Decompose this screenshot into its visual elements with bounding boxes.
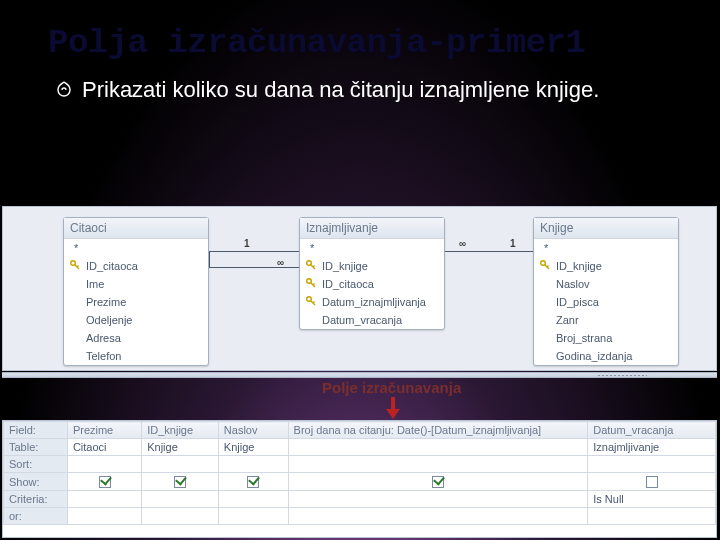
grid-row: Show:: [4, 473, 716, 491]
grid-cell[interactable]: Datum_vracanja: [588, 422, 716, 439]
cardinality-many: ∞: [277, 257, 284, 268]
grid-header-row: Field: Prezime ID_knjige Naslov Broj dan…: [4, 422, 716, 439]
grid-cell[interactable]: Broj dana na citanju: Date()-[Datum_izna…: [288, 422, 588, 439]
grid-row: Table: Citaoci Knjige Knjige Iznajmljiva…: [4, 439, 716, 456]
grid-cell[interactable]: Naslov: [218, 422, 288, 439]
key-icon: [305, 295, 317, 307]
grid-cell[interactable]: [218, 473, 288, 491]
cardinality-one: 1: [244, 238, 250, 249]
grid-cell[interactable]: [588, 473, 716, 491]
grid-cell[interactable]: [142, 456, 219, 473]
grid-cell[interactable]: Knjige: [218, 439, 288, 456]
show-checkbox[interactable]: [174, 476, 186, 488]
row-header-sort: Sort:: [4, 456, 68, 473]
key-icon: [69, 259, 81, 271]
field-label: ID_citaoca: [322, 278, 374, 290]
annotation-label: Polje izračunavanja: [322, 379, 461, 396]
slide: Polja izračunavanja-primer1 Prikazati ko…: [0, 0, 720, 540]
cardinality-one: 1: [510, 238, 516, 249]
relationship-line: [209, 251, 299, 252]
grid-cell[interactable]: Prezime: [67, 422, 141, 439]
grid-cell[interactable]: Iznajmljivanje: [588, 439, 716, 456]
field-row[interactable]: Broj_strana: [534, 329, 678, 347]
field-row[interactable]: ID_knjige: [300, 257, 444, 275]
show-checkbox[interactable]: [432, 476, 444, 488]
key-icon: [305, 277, 317, 289]
bullet-item: Prikazati koliko su dana na čitanju izna…: [0, 62, 720, 104]
field-label: ID_citaoca: [86, 260, 138, 272]
grid-cell[interactable]: [142, 508, 219, 525]
show-checkbox[interactable]: [99, 476, 111, 488]
table-body: * ID_knjige Naslov ID_pisca Zanr Broj_st…: [534, 239, 678, 365]
grid-cell[interactable]: Knjige: [142, 439, 219, 456]
grid-cell[interactable]: [288, 439, 588, 456]
grid-cell[interactable]: [218, 508, 288, 525]
grid-cell[interactable]: [142, 491, 219, 508]
field-row[interactable]: *: [64, 239, 208, 257]
grid-cell[interactable]: [288, 456, 588, 473]
field-row[interactable]: ID_pisca: [534, 293, 678, 311]
grid-cell[interactable]: [142, 473, 219, 491]
grid-cell[interactable]: ID_knjige: [142, 422, 219, 439]
grid-cell[interactable]: [288, 508, 588, 525]
field-row[interactable]: *: [534, 239, 678, 257]
show-checkbox[interactable]: [646, 476, 658, 488]
query-grid[interactable]: Field: Prezime ID_knjige Naslov Broj dan…: [2, 420, 717, 538]
grid-cell[interactable]: [288, 491, 588, 508]
grid-cell[interactable]: [67, 456, 141, 473]
bullet-text: Prikazati koliko su dana na čitanju izna…: [82, 76, 599, 104]
grid-cell[interactable]: Is Null: [588, 491, 716, 508]
field-row[interactable]: ID_knjige: [534, 257, 678, 275]
query-design-pane[interactable]: 1 ∞ ∞ 1 Citaoci * ID_citaoca Ime Prezime…: [2, 206, 717, 371]
table-knjige[interactable]: Knjige * ID_knjige Naslov ID_pisca Zanr …: [533, 217, 679, 366]
table-body: * ID_citaoca Ime Prezime Odeljenje Adres…: [64, 239, 208, 365]
grip-icon: [597, 374, 647, 377]
table-body: * ID_knjige ID_citaoca Datum_iznajmljiva…: [300, 239, 444, 329]
field-row[interactable]: Naslov: [534, 275, 678, 293]
field-row[interactable]: Datum_iznajmljivanja: [300, 293, 444, 311]
field-row[interactable]: Zanr: [534, 311, 678, 329]
grid-cell[interactable]: [67, 473, 141, 491]
grid-cell[interactable]: [218, 456, 288, 473]
field-row[interactable]: Godina_izdanja: [534, 347, 678, 365]
table-iznajmljivanje[interactable]: Iznajmljivanje * ID_knjige ID_citaoca Da…: [299, 217, 445, 330]
field-label: Datum_iznajmljivanja: [322, 296, 426, 308]
bullet-icon: [56, 81, 72, 97]
table-title: Iznajmljivanje: [300, 218, 444, 239]
row-header-or: or:: [4, 508, 68, 525]
table-title: Citaoci: [64, 218, 208, 239]
grid-row: Criteria: Is Null: [4, 491, 716, 508]
field-row[interactable]: Odeljenje: [64, 311, 208, 329]
row-header-table: Table:: [4, 439, 68, 456]
field-row[interactable]: Ime: [64, 275, 208, 293]
grid-cell[interactable]: Citaoci: [67, 439, 141, 456]
grid-cell[interactable]: [67, 491, 141, 508]
field-row[interactable]: ID_citaoca: [64, 257, 208, 275]
slide-title: Polja izračunavanja-primer1: [0, 0, 720, 62]
arrow-down-icon: [386, 397, 400, 419]
field-row[interactable]: Adresa: [64, 329, 208, 347]
key-icon: [305, 259, 317, 271]
pane-divider[interactable]: [2, 372, 717, 378]
key-icon: [539, 259, 551, 271]
show-checkbox[interactable]: [247, 476, 259, 488]
field-row[interactable]: Telefon: [64, 347, 208, 365]
field-row[interactable]: ID_citaoca: [300, 275, 444, 293]
relationship-line: [209, 267, 299, 268]
field-row[interactable]: Datum_vracanja: [300, 311, 444, 329]
grid-cell[interactable]: [588, 508, 716, 525]
grid-cell[interactable]: [67, 508, 141, 525]
relationship-line: [209, 251, 210, 267]
field-row[interactable]: *: [300, 239, 444, 257]
grid-cell[interactable]: [588, 456, 716, 473]
grid-cell[interactable]: [288, 473, 588, 491]
row-header-show: Show:: [4, 473, 68, 491]
query-grid-table: Field: Prezime ID_knjige Naslov Broj dan…: [3, 421, 716, 525]
field-label: ID_knjige: [556, 260, 602, 272]
table-citaoci[interactable]: Citaoci * ID_citaoca Ime Prezime Odeljen…: [63, 217, 209, 366]
grid-row: or:: [4, 508, 716, 525]
grid-cell[interactable]: [218, 491, 288, 508]
field-label: ID_knjige: [322, 260, 368, 272]
field-row[interactable]: Prezime: [64, 293, 208, 311]
table-title: Knjige: [534, 218, 678, 239]
